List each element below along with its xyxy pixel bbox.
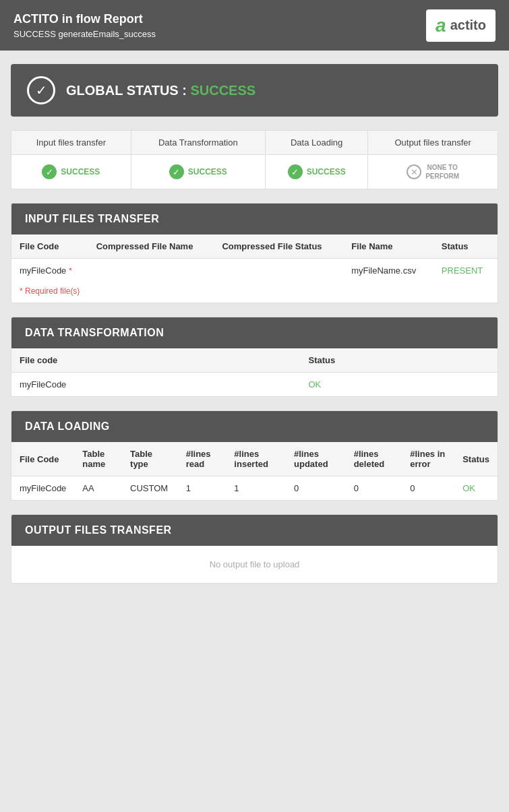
summary-table: Input files transfer Data Transformation… (11, 131, 498, 189)
data-transformation-section: DATA TRANSFORMATION File code Status myF… (11, 317, 498, 397)
summary-status-transform: ✓ SUCCESS (131, 155, 265, 189)
input-files-table: File Code Compressed File Name Compresse… (11, 235, 498, 282)
logo-name: actito (450, 18, 486, 33)
col-dl-status: Status (454, 442, 498, 476)
cell-dl-lines-read: 1 (178, 476, 227, 501)
logo: a actito (426, 9, 496, 42)
app-subtitle: SUCCESS generateEmails_success (13, 29, 156, 39)
data-loading-body: File Code Table name Table type #lines r… (11, 442, 498, 500)
table-row: myFileCode AA CUSTOM 1 1 0 0 0 OK (11, 476, 498, 501)
col-dl-lines-inserted: #lines inserted (226, 442, 286, 476)
cell-dl-lines-inserted: 1 (226, 476, 286, 501)
global-status-card: ✓ GLOBAL STATUS : SUCCESS (11, 64, 498, 117)
col-dl-table-type: Table type (122, 442, 178, 476)
col-dl-lines-read: #lines read (178, 442, 227, 476)
cell-dl-lines-updated: 0 (286, 476, 346, 501)
input-files-section: INPUT FILES TRANSFER File Code Compresse… (11, 203, 498, 303)
cell-compressed-status (214, 259, 343, 283)
data-loading-header: DATA LOADING (11, 411, 498, 442)
summary-col-loading: Data Loading (265, 131, 367, 155)
global-status-text: GLOBAL STATUS : SUCCESS (66, 83, 256, 98)
cell-dl-lines-error: 0 (402, 476, 454, 501)
col-file-name: File Name (343, 235, 433, 259)
cell-dl-status: OK (454, 476, 498, 501)
summary-col-input: Input files transfer (11, 131, 131, 155)
app-title: ACTITO in flow Report (13, 12, 156, 26)
cell-file-code: myFileCode * (11, 259, 88, 283)
data-loading-table: File Code Table name Table type #lines r… (11, 442, 498, 500)
col-dl-lines-updated: #lines updated (286, 442, 346, 476)
summary-status-output: ✕ NONE TOPERFORM (368, 155, 498, 189)
main-content: ✓ GLOBAL STATUS : SUCCESS Input files tr… (0, 51, 509, 597)
required-star: * (69, 266, 72, 276)
col-file-code: File Code (11, 235, 88, 259)
check-icon-transform: ✓ (169, 164, 184, 179)
cell-dt-file-code: myFileCode (11, 373, 300, 397)
summary-status-input: ✓ SUCCESS (11, 155, 131, 189)
x-icon-output: ✕ (407, 164, 421, 179)
input-files-header: INPUT FILES TRANSFER (11, 204, 498, 235)
cell-compressed-name (88, 259, 214, 283)
cell-dl-file-code: myFileCode (11, 476, 74, 501)
summary-card: Input files transfer Data Transformation… (11, 130, 498, 189)
summary-status-loading: ✓ SUCCESS (265, 155, 367, 189)
summary-col-transform: Data Transformation (131, 131, 265, 155)
table-row: myFileCode OK (11, 373, 498, 397)
app-header: ACTITO in flow Report SUCCESS generateEm… (0, 0, 509, 51)
data-transformation-table: File code Status myFileCode OK (11, 348, 498, 396)
cell-dt-status: OK (300, 373, 498, 397)
header-text-block: ACTITO in flow Report SUCCESS generateEm… (13, 12, 156, 39)
col-dt-status: Status (300, 348, 498, 373)
col-status: Status (433, 235, 498, 259)
output-files-section: OUTPUT FILES TRANSFER No output file to … (11, 514, 498, 584)
global-check-icon: ✓ (27, 76, 55, 104)
col-dt-file-code: File code (11, 348, 300, 373)
col-compressed-name: Compressed File Name (88, 235, 214, 259)
data-transformation-header: DATA TRANSFORMATION (11, 317, 498, 348)
data-transformation-body: File code Status myFileCode OK (11, 348, 498, 396)
check-icon-loading: ✓ (288, 164, 303, 179)
col-dl-file-code: File Code (11, 442, 74, 476)
col-compressed-status: Compressed File Status (214, 235, 343, 259)
table-row: myFileCode * myFileName.csv PRESENT (11, 259, 498, 283)
col-dl-lines-deleted: #lines deleted (346, 442, 402, 476)
data-loading-section: DATA LOADING File Code Table name Table … (11, 410, 498, 501)
logo-icon: a (436, 15, 446, 36)
col-dl-table-name: Table name (74, 442, 122, 476)
summary-col-output: Output files transfer (368, 131, 498, 155)
no-output-message: No output file to upload (11, 546, 498, 583)
cell-dl-table-name: AA (74, 476, 122, 501)
cell-dl-table-type: CUSTOM (122, 476, 178, 501)
global-status-label: GLOBAL STATUS : (66, 83, 190, 98)
cell-status: PRESENT (433, 259, 498, 283)
required-note: * Required file(s) (11, 282, 498, 303)
input-files-body: File Code Compressed File Name Compresse… (11, 235, 498, 303)
check-icon-input: ✓ (42, 164, 57, 179)
cell-file-name: myFileName.csv (343, 259, 433, 283)
cell-dl-lines-deleted: 0 (346, 476, 402, 501)
output-files-header: OUTPUT FILES TRANSFER (11, 515, 498, 546)
col-dl-lines-error: #lines in error (402, 442, 454, 476)
global-status-value: SUCCESS (190, 83, 256, 98)
